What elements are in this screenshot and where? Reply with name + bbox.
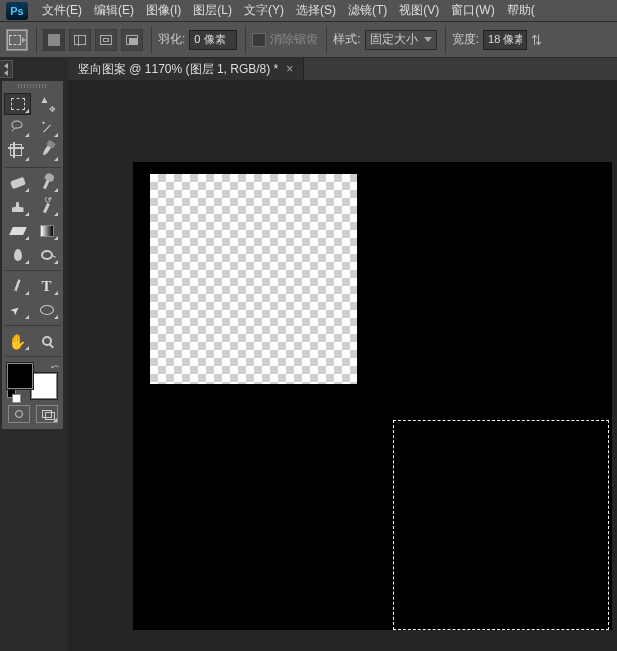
arrow-icon xyxy=(10,302,26,318)
brush-tool[interactable] xyxy=(33,172,60,194)
close-tab-button[interactable]: × xyxy=(286,62,293,76)
feather-input[interactable] xyxy=(189,30,237,50)
move-icon xyxy=(39,96,55,112)
screen-mode-button[interactable] xyxy=(36,405,58,423)
menu-help[interactable]: 帮助( xyxy=(501,0,541,21)
add-selection-icon xyxy=(74,35,86,45)
wand-icon xyxy=(39,120,55,136)
shape-tool[interactable] xyxy=(33,299,60,321)
crop-tool[interactable] xyxy=(4,141,31,163)
lasso-tool[interactable] xyxy=(4,117,31,139)
antialias-checkbox xyxy=(252,33,266,47)
brush-icon xyxy=(39,175,55,191)
tool-preset-button[interactable] xyxy=(6,29,28,51)
chevron-left-icon xyxy=(4,70,8,76)
antialias-label: 消除锯齿 xyxy=(270,31,318,48)
stamp-tool[interactable] xyxy=(4,196,31,218)
gradient-icon xyxy=(39,223,55,239)
pen-tool[interactable] xyxy=(4,275,31,297)
eraser-icon xyxy=(10,223,26,239)
magic-wand-tool[interactable] xyxy=(33,117,60,139)
gradient-tool[interactable] xyxy=(33,220,60,242)
subtract-selection-icon xyxy=(100,35,112,45)
panel-grip[interactable] xyxy=(2,81,63,91)
move-tool[interactable] xyxy=(33,93,60,115)
canvas[interactable] xyxy=(133,162,612,630)
collapse-handle[interactable] xyxy=(0,60,13,78)
work-area: T ✋ ⤺ 竖向图案 @ 1170% (图层 1, RGB/8) * × xyxy=(0,58,617,651)
healing-brush-tool[interactable] xyxy=(4,172,31,194)
path-selection-tool[interactable] xyxy=(4,299,31,321)
menu-layer[interactable]: 图层(L) xyxy=(187,0,238,21)
swap-colors-button[interactable]: ⤺ xyxy=(51,361,59,372)
app-logo: Ps xyxy=(6,2,28,20)
document-title: 竖向图案 @ 1170% (图层 1, RGB/8) * xyxy=(78,61,278,78)
subtract-selection-button[interactable] xyxy=(95,29,117,51)
chevron-down-icon xyxy=(22,37,26,43)
bandage-icon xyxy=(10,175,26,191)
document-tab-bar: 竖向图案 @ 1170% (图层 1, RGB/8) * × xyxy=(68,58,617,80)
menu-select[interactable]: 选择(S) xyxy=(290,0,342,21)
eraser-tool[interactable] xyxy=(4,220,31,242)
marquee-tool[interactable] xyxy=(4,93,31,115)
stamp-icon xyxy=(10,199,26,215)
ellipse-icon xyxy=(39,302,55,318)
transparent-layer-region xyxy=(150,174,357,384)
blur-tool[interactable] xyxy=(4,244,31,266)
text-icon: T xyxy=(41,279,51,294)
canvas-viewport[interactable] xyxy=(68,80,617,651)
add-selection-button[interactable] xyxy=(69,29,91,51)
chevron-down-icon xyxy=(424,37,432,42)
toolbox-panel: T ✋ ⤺ xyxy=(1,80,64,430)
foreground-color[interactable] xyxy=(7,363,33,389)
eyedropper-tool[interactable] xyxy=(33,141,60,163)
menu-edit[interactable]: 编辑(E) xyxy=(88,0,140,21)
magnifier-icon xyxy=(39,333,55,349)
quick-mask-button[interactable] xyxy=(8,405,30,423)
pen-icon xyxy=(10,278,26,294)
default-colors-button[interactable] xyxy=(7,389,19,401)
style-dropdown[interactable]: 固定大小 xyxy=(365,30,437,50)
hand-tool[interactable]: ✋ xyxy=(4,330,31,352)
intersect-selection-icon xyxy=(126,35,138,45)
menu-file[interactable]: 文件(E) xyxy=(36,0,88,21)
eyedropper-icon xyxy=(39,144,55,160)
crop-icon xyxy=(10,144,26,160)
type-tool[interactable]: T xyxy=(33,275,60,297)
marquee-selection[interactable] xyxy=(393,420,609,630)
style-value: 固定大小 xyxy=(370,31,418,48)
menu-view[interactable]: 视图(V) xyxy=(393,0,445,21)
color-swatches: ⤺ xyxy=(5,361,61,401)
menu-type[interactable]: 文字(Y) xyxy=(238,0,290,21)
history-brush-icon xyxy=(39,199,55,215)
marquee-icon xyxy=(9,35,21,45)
menu-image[interactable]: 图像(I) xyxy=(140,0,187,21)
options-bar: 羽化: 消除锯齿 样式: 固定大小 宽度: ⇄ xyxy=(0,22,617,58)
width-input[interactable] xyxy=(483,30,527,50)
menu-window[interactable]: 窗口(W) xyxy=(445,0,500,21)
swap-dimensions-button[interactable]: ⇄ xyxy=(529,34,545,46)
dodge-tool[interactable] xyxy=(33,244,60,266)
background-color[interactable] xyxy=(31,373,57,399)
width-label: 宽度: xyxy=(452,31,479,48)
chevron-left-icon xyxy=(4,63,8,69)
new-selection-button[interactable] xyxy=(43,29,65,51)
menu-bar: Ps 文件(E) 编辑(E) 图像(I) 图层(L) 文字(Y) 选择(S) 滤… xyxy=(0,0,617,22)
zoom-tool[interactable] xyxy=(33,330,60,352)
history-brush-tool[interactable] xyxy=(33,196,60,218)
drop-icon xyxy=(10,247,26,263)
square-icon xyxy=(48,34,60,46)
document-tab[interactable]: 竖向图案 @ 1170% (图层 1, RGB/8) * × xyxy=(68,58,304,80)
dodge-icon xyxy=(39,247,55,263)
intersect-selection-button[interactable] xyxy=(121,29,143,51)
feather-label: 羽化: xyxy=(158,31,185,48)
style-label: 样式: xyxy=(333,31,360,48)
lasso-icon xyxy=(10,120,26,136)
marquee-icon xyxy=(11,98,25,110)
menu-filter[interactable]: 滤镜(T) xyxy=(342,0,393,21)
